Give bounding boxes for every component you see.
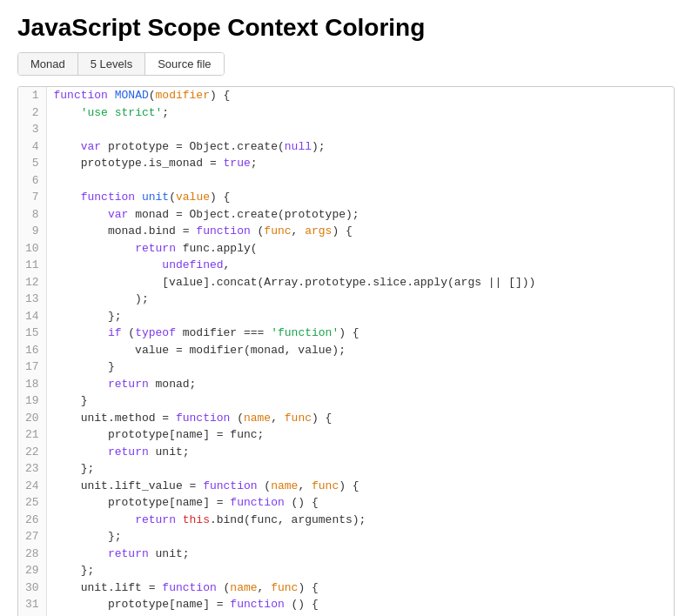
line-code: value = modifier(monad, value);	[46, 342, 674, 359]
table-row: 29 };	[18, 562, 674, 579]
tab-monad[interactable]: Monad	[18, 53, 78, 75]
line-code: }	[46, 392, 674, 410]
tab-source-file[interactable]: Source file	[145, 53, 223, 75]
line-code: prototype[name] = function () {	[46, 596, 674, 613]
line-number: 21	[18, 426, 46, 444]
line-number: 19	[18, 392, 46, 410]
table-row: 25 prototype[name] = function () {	[18, 494, 674, 512]
line-number: 18	[18, 376, 46, 393]
table-row: 10 return func.apply(	[18, 240, 674, 258]
line-code: }	[46, 358, 674, 376]
line-number: 14	[18, 308, 46, 325]
table-row: 19 }	[18, 392, 674, 410]
line-number: 30	[18, 579, 46, 597]
table-row: 15 if (typeof modifier === 'function') {	[18, 325, 674, 342]
line-code: [value].concat(Array.prototype.slice.app…	[46, 274, 674, 291]
line-code: return unit;	[46, 546, 674, 563]
line-code: };	[46, 528, 674, 546]
line-code: return unit;	[46, 444, 674, 461]
line-code: var result = this.bind(func, arguments);	[46, 613, 674, 617]
line-number: 26	[18, 512, 46, 529]
line-code: function MONAD(modifier) {	[46, 87, 674, 104]
table-row: 21 prototype[name] = func;	[18, 426, 674, 444]
table-row: 6	[18, 172, 674, 190]
code-viewer: 1function MONAD(modifier) {2 'use strict…	[17, 86, 675, 616]
line-number: 2	[18, 104, 46, 122]
line-code: return func.apply(	[46, 240, 674, 258]
line-code: unit.lift = function (name, func) {	[46, 579, 674, 597]
line-number: 32	[18, 613, 46, 617]
table-row: 4 var prototype = Object.create(null);	[18, 138, 674, 156]
line-code: };	[46, 308, 674, 325]
line-number: 12	[18, 274, 46, 291]
table-row: 32 var result = this.bind(func, argument…	[18, 613, 674, 617]
line-number: 13	[18, 291, 46, 308]
table-row: 13 );	[18, 291, 674, 308]
line-code: unit.lift_value = function (name, func) …	[46, 478, 674, 495]
line-code: );	[46, 291, 674, 308]
line-number: 23	[18, 460, 46, 478]
line-number: 5	[18, 155, 46, 172]
page-title: JavaScript Scope Context Coloring	[17, 14, 675, 42]
table-row: 22 return unit;	[18, 444, 674, 461]
table-row: 8 var monad = Object.create(prototype);	[18, 206, 674, 224]
table-row: 31 prototype[name] = function () {	[18, 596, 674, 613]
table-row: 1function MONAD(modifier) {	[18, 87, 674, 104]
line-code: monad.bind = function (func, args) {	[46, 223, 674, 240]
line-code: unit.method = function (name, func) {	[46, 410, 674, 427]
table-row: 11 undefined,	[18, 257, 674, 274]
table-row: 23 };	[18, 460, 674, 478]
table-row: 9 monad.bind = function (func, args) {	[18, 223, 674, 240]
line-code: prototype[name] = func;	[46, 426, 674, 444]
line-code: prototype.is_monad = true;	[46, 155, 674, 172]
line-code: return monad;	[46, 376, 674, 393]
table-row: 7 function unit(value) {	[18, 189, 674, 206]
table-row: 17 }	[18, 358, 674, 376]
line-number: 15	[18, 325, 46, 342]
table-row: 2 'use strict';	[18, 104, 674, 122]
table-row: 26 return this.bind(func, arguments);	[18, 512, 674, 529]
line-code: undefined,	[46, 257, 674, 274]
table-row: 5 prototype.is_monad = true;	[18, 155, 674, 172]
line-number: 22	[18, 444, 46, 461]
table-row: 12 [value].concat(Array.prototype.slice.…	[18, 274, 674, 291]
line-number: 7	[18, 189, 46, 206]
line-code: };	[46, 562, 674, 579]
line-code: var prototype = Object.create(null);	[46, 138, 674, 156]
tab-5levels[interactable]: 5 Levels	[78, 53, 145, 75]
line-number: 20	[18, 410, 46, 427]
line-number: 27	[18, 528, 46, 546]
line-number: 10	[18, 240, 46, 258]
table-row: 24 unit.lift_value = function (name, fun…	[18, 478, 674, 495]
line-number: 4	[18, 138, 46, 156]
line-number: 8	[18, 206, 46, 224]
line-code: return this.bind(func, arguments);	[46, 512, 674, 529]
line-number: 28	[18, 546, 46, 563]
line-number: 31	[18, 596, 46, 613]
line-number: 1	[18, 87, 46, 104]
table-row: 16 value = modifier(monad, value);	[18, 342, 674, 359]
table-row: 14 };	[18, 308, 674, 325]
line-code: function unit(value) {	[46, 189, 674, 206]
line-number: 24	[18, 478, 46, 495]
line-code	[46, 172, 674, 190]
code-table: 1function MONAD(modifier) {2 'use strict…	[18, 87, 674, 616]
line-number: 16	[18, 342, 46, 359]
line-number: 6	[18, 172, 46, 190]
line-code: var monad = Object.create(prototype);	[46, 206, 674, 224]
table-row: 28 return unit;	[18, 546, 674, 563]
tab-bar: Monad 5 Levels Source file	[17, 52, 225, 76]
table-row: 3	[18, 121, 674, 138]
line-code: };	[46, 460, 674, 478]
line-code	[46, 121, 674, 138]
line-number: 17	[18, 358, 46, 376]
line-number: 11	[18, 257, 46, 274]
table-row: 27 };	[18, 528, 674, 546]
line-number: 3	[18, 121, 46, 138]
line-number: 29	[18, 562, 46, 579]
table-row: 18 return monad;	[18, 376, 674, 393]
line-code: prototype[name] = function () {	[46, 494, 674, 512]
line-number: 9	[18, 223, 46, 240]
line-code: 'use strict';	[46, 104, 674, 122]
table-row: 20 unit.method = function (name, func) {	[18, 410, 674, 427]
